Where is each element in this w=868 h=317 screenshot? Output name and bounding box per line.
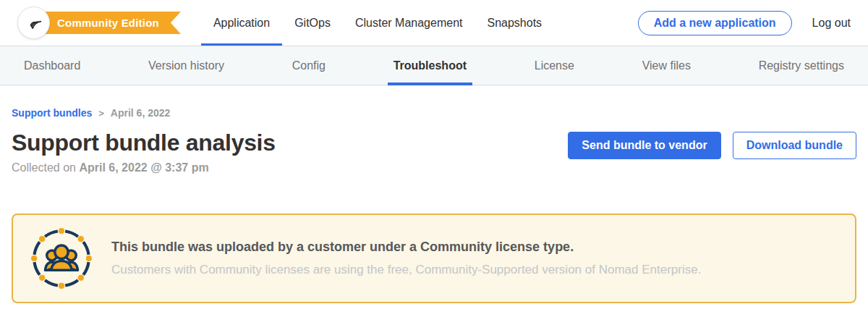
replicated-logo-icon — [24, 12, 44, 35]
subnav-item-registry-settings[interactable]: Registry settings — [753, 46, 850, 85]
banner-text: This bundle was uploaded by a customer u… — [111, 240, 701, 277]
page-title: Support bundle analysis — [12, 130, 276, 156]
tab-cluster-management[interactable]: Cluster Management — [343, 0, 475, 46]
tab-application[interactable]: Application — [201, 0, 282, 46]
subnav-item-version-history[interactable]: Version history — [142, 46, 230, 85]
subnav-item-troubleshoot[interactable]: Troubleshoot — [388, 46, 472, 85]
tab-snapshots[interactable]: Snapshots — [475, 0, 554, 46]
main-content: Support bundles > April 6, 2022 Support … — [0, 107, 868, 303]
banner-subtitle: Customers with Community licenses are us… — [111, 263, 701, 277]
subnav-item-config[interactable]: Config — [286, 46, 331, 85]
community-edition-badge: Community Edition — [34, 12, 181, 34]
banner-title: This bundle was uploaded by a customer u… — [111, 240, 701, 255]
collected-prefix: Collected on — [12, 161, 76, 174]
send-bundle-to-vendor-button[interactable]: Send bundle to vendor — [568, 132, 720, 159]
tab-gitops[interactable]: GitOps — [282, 0, 343, 46]
breadcrumb-current: April 6, 2022 — [111, 107, 171, 119]
primary-nav: Application GitOps Cluster Management Sn… — [201, 0, 554, 46]
logout-link[interactable]: Log out — [812, 17, 851, 30]
title-block: Support bundle analysis Collected on Apr… — [12, 130, 276, 174]
breadcrumb: Support bundles > April 6, 2022 — [12, 107, 856, 119]
bundle-actions: Send bundle to vendor Download bundle — [568, 132, 856, 159]
app-subnav: Dashboard Version history Config Trouble… — [0, 46, 868, 85]
collected-timestamp: Collected on April 6, 2022 @ 3:37 pm — [12, 161, 276, 174]
add-new-application-button[interactable]: Add a new application — [638, 11, 792, 35]
subnav-item-license[interactable]: License — [529, 46, 580, 85]
breadcrumb-separator: > — [98, 108, 104, 119]
community-license-banner: This bundle was uploaded by a customer u… — [12, 214, 856, 303]
app-logo[interactable] — [17, 7, 50, 39]
download-bundle-button[interactable]: Download bundle — [733, 132, 856, 159]
title-row: Support bundle analysis Collected on Apr… — [12, 130, 856, 174]
top-header: Community Edition Application GitOps Clu… — [0, 0, 868, 46]
breadcrumb-support-bundles-link[interactable]: Support bundles — [12, 107, 92, 119]
subnav-item-dashboard[interactable]: Dashboard — [18, 46, 86, 85]
community-people-icon — [30, 227, 93, 289]
collected-date: April 6, 2022 @ 3:37 pm — [79, 161, 208, 174]
subnav-item-view-files[interactable]: View files — [637, 46, 697, 85]
